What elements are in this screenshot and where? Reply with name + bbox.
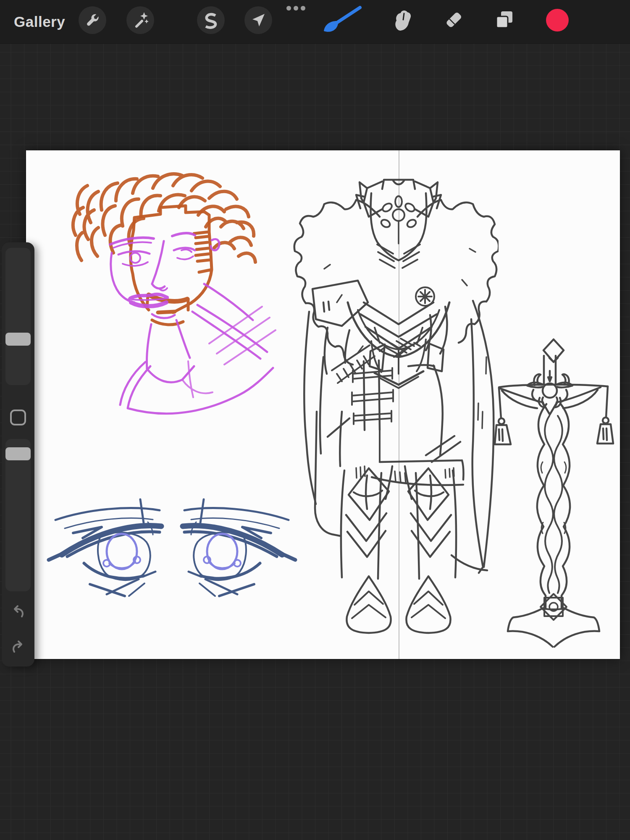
drawing-canvas[interactable]	[26, 150, 620, 659]
eraser-icon	[442, 8, 465, 32]
layers-icon	[493, 8, 516, 32]
paint-brush-icon	[313, 3, 363, 35]
transform-button[interactable]	[244, 6, 272, 34]
brush-sidebar	[2, 242, 34, 667]
smudge-tool-button[interactable]	[390, 8, 414, 32]
gallery-label: Gallery	[14, 13, 65, 30]
redo-button[interactable]	[8, 638, 28, 657]
greatsword-sketch	[494, 336, 615, 649]
opacity-handle[interactable]	[5, 447, 31, 460]
transform-arrow-icon	[249, 11, 268, 29]
modify-button[interactable]	[10, 410, 26, 425]
selection-button[interactable]	[197, 6, 225, 34]
top-toolbar: Gallery	[0, 0, 630, 44]
opacity-slider[interactable]	[5, 439, 31, 591]
undo-icon	[10, 604, 26, 621]
magic-wand-icon	[131, 11, 150, 29]
gallery-button[interactable]: Gallery	[14, 0, 65, 43]
wrench-icon	[83, 11, 102, 29]
actions-button[interactable]	[79, 6, 106, 34]
redo-icon	[10, 639, 26, 656]
undo-button[interactable]	[8, 603, 28, 622]
paint-tool-button[interactable]	[313, 3, 363, 35]
brush-size-slider[interactable]	[5, 248, 31, 385]
adjustments-button[interactable]	[126, 6, 154, 34]
layers-button[interactable]	[493, 8, 516, 32]
color-swatch-button[interactable]	[546, 9, 569, 32]
brush-size-handle[interactable]	[5, 333, 31, 346]
procreate-workspace: Gallery	[0, 0, 630, 840]
overflow-dots-icon[interactable]	[286, 6, 305, 10]
knight-figure-sketch	[274, 176, 499, 638]
selection-s-icon	[202, 11, 220, 29]
portrait-sketch	[63, 164, 302, 424]
erase-tool-button[interactable]	[442, 8, 465, 32]
smudge-finger-icon	[390, 8, 414, 32]
